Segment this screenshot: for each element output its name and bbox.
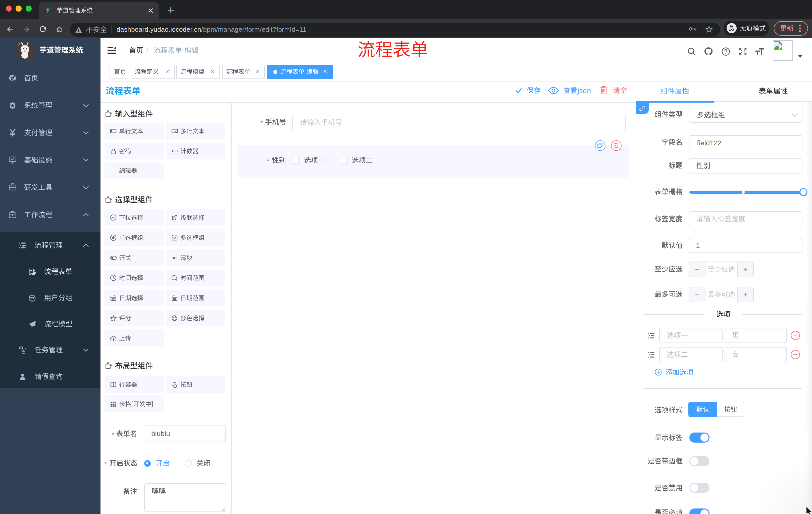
svg-text:123: 123	[171, 148, 178, 153]
